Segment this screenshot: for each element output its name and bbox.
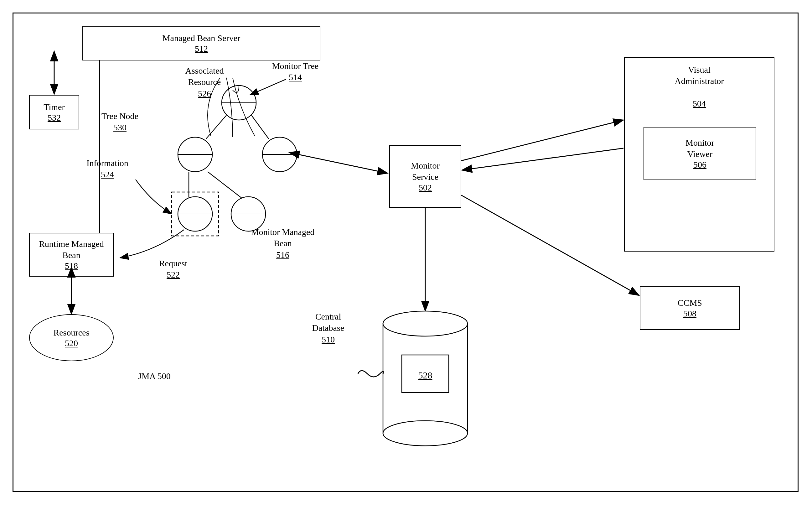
svg-point-30 xyxy=(383,421,467,446)
svg-text:528: 528 xyxy=(418,370,432,380)
svg-line-23 xyxy=(298,154,388,173)
svg-line-26 xyxy=(462,148,623,170)
svg-line-18 xyxy=(206,115,226,139)
svg-line-25 xyxy=(461,195,639,296)
diagram-container: Managed Bean Server 512 Timer 532 Runtim… xyxy=(13,13,799,492)
svg-line-22 xyxy=(250,79,286,95)
diagram-svg: 528 xyxy=(13,13,798,491)
svg-line-24 xyxy=(461,120,623,161)
svg-line-21 xyxy=(208,172,242,198)
svg-point-29 xyxy=(383,311,467,336)
